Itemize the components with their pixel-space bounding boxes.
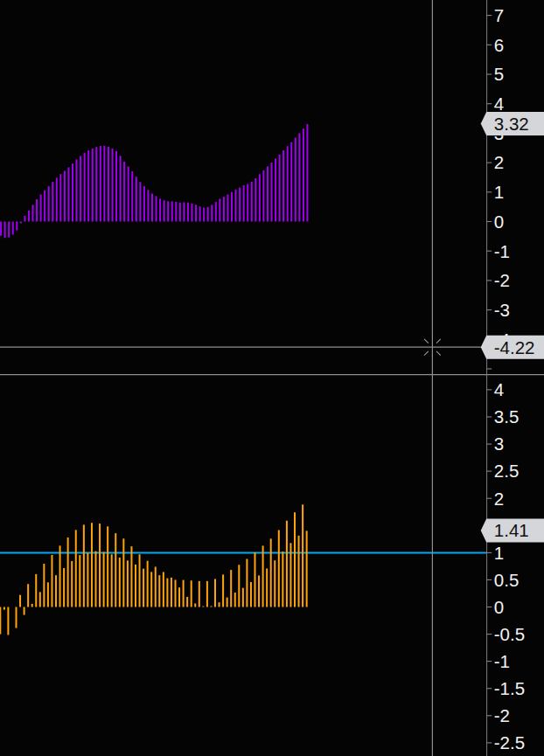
svg-text:2.5: 2.5 <box>494 461 520 481</box>
svg-text:-3: -3 <box>494 300 510 320</box>
svg-text:2: 2 <box>494 152 504 172</box>
svg-text:7: 7 <box>494 5 504 25</box>
svg-text:3: 3 <box>494 433 504 454</box>
svg-text:3.5: 3.5 <box>494 406 520 427</box>
svg-text:-2: -2 <box>494 270 510 290</box>
svg-text:0: 0 <box>494 597 504 617</box>
svg-text:5: 5 <box>494 64 504 84</box>
svg-text:4: 4 <box>494 379 504 399</box>
svg-text:6: 6 <box>494 35 504 55</box>
svg-text:2: 2 <box>494 489 504 509</box>
svg-text:-1: -1 <box>494 241 510 261</box>
svg-text:1: 1 <box>494 182 504 202</box>
svg-text:0: 0 <box>494 212 504 232</box>
svg-text:-1.5: -1.5 <box>494 678 525 698</box>
svg-text:-0.5: -0.5 <box>494 624 525 644</box>
svg-text:1.41: 1.41 <box>494 520 529 540</box>
svg-text:-4.22: -4.22 <box>494 337 535 357</box>
svg-text:4: 4 <box>494 94 504 114</box>
svg-text:-2: -2 <box>494 705 510 725</box>
svg-text:1: 1 <box>494 543 504 563</box>
svg-text:-2.5: -2.5 <box>494 732 525 753</box>
svg-text:3.32: 3.32 <box>494 114 529 134</box>
svg-text:-1: -1 <box>494 651 510 671</box>
svg-text:0.5: 0.5 <box>494 570 520 590</box>
